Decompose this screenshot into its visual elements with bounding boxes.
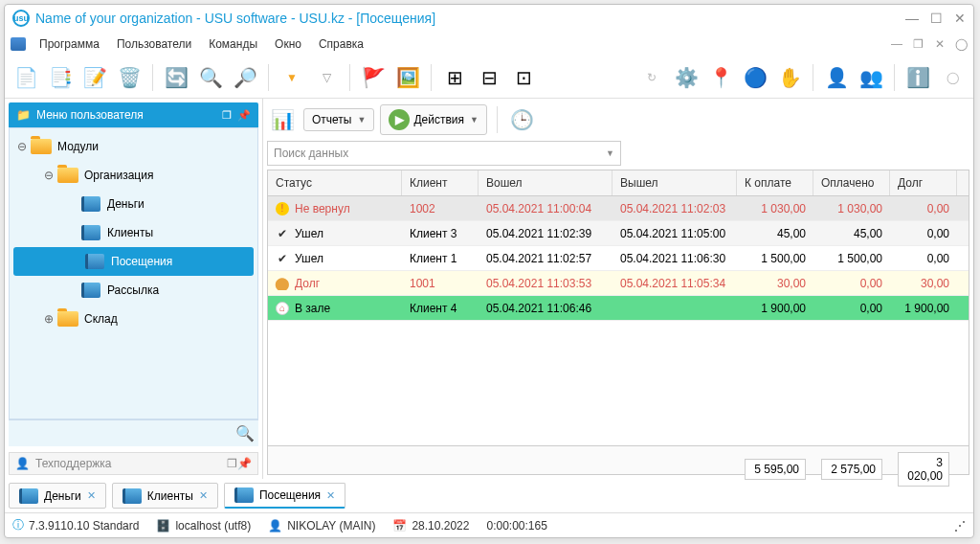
help-icon[interactable]: ◯ [937,62,968,93]
minimize-button[interactable]: — [905,11,919,26]
col-client[interactable]: Клиент [402,170,479,195]
support-title: Техподдержка [35,457,227,470]
col-paid[interactable]: Оплачено [813,170,890,195]
menu-program[interactable]: Программа [32,34,107,54]
expand-tree-button[interactable]: ⊞ [439,62,470,93]
cell-out: 05.04.2021 11:05:00 [612,227,737,240]
cell-status: ⌂В зале [268,302,402,315]
folder-icon [57,168,78,183]
cell-client: Клиент 1 [402,252,479,265]
close-button[interactable]: ✕ [954,11,966,26]
expand-icon[interactable]: ⊕ [42,312,56,326]
child-help-button[interactable]: ◯ [955,37,968,51]
support-panel-header[interactable]: 👤 Техподдержка ❐ 📌 [9,452,258,475]
edit-doc-button[interactable]: 📝 [79,62,110,93]
color-picker-button[interactable]: 🔵 [740,62,770,93]
reports-button[interactable]: Отчеты▼ [303,108,374,131]
toolbar-separator [431,64,432,91]
tree-node-money[interactable]: Деньги [10,190,257,218]
collapse-icon[interactable]: ⊖ [42,169,56,182]
search-placeholder: Поиск данных [274,147,348,160]
location-button[interactable]: 📍 [705,62,736,93]
clear-filter-button[interactable]: ▽ [311,62,342,93]
restore-panel-icon[interactable]: ❐ [222,109,232,122]
child-restore-button[interactable]: ❐ [913,37,924,51]
col-out[interactable]: Вышел [612,170,737,195]
maximize-button[interactable]: ☐ [930,11,943,26]
close-tab-icon[interactable]: ✕ [199,489,208,502]
cell-in: 05.04.2021 11:02:57 [479,252,612,265]
tab-Клиенты[interactable]: Клиенты✕ [112,483,218,509]
person-button[interactable]: 👤 [821,62,852,93]
col-due[interactable]: К оплате [737,170,813,195]
flag-button[interactable]: 🚩 [358,62,389,93]
zoom-button[interactable]: 🔎 [230,62,260,93]
child-minimize-button[interactable]: — [891,37,902,51]
cell-out: 05.04.2021 11:02:03 [612,202,737,215]
menu-book-icon [11,37,26,51]
pin-panel-icon[interactable]: 📌 [237,457,252,470]
hand-button[interactable]: ✋ [774,62,805,93]
info-button[interactable]: ℹ️ [902,62,933,93]
tab-Посещения[interactable]: Посещения✕ [224,483,345,509]
close-tab-icon[interactable]: ✕ [326,489,335,502]
main-toolbar: 📄 📑 📝 🗑️ 🔄 🔍 🔎 ▼ ▽ 🚩 🖼️ ⊞ ⊟ ⊡ ↻ ⚙️ 📍 🔵 ✋… [5,57,973,99]
close-tab-icon[interactable]: ✕ [87,489,96,502]
tree-view-button[interactable]: ⊡ [508,62,539,93]
search-input[interactable]: Поиск данных ▼ [267,141,621,166]
copy-doc-button[interactable]: 📑 [45,62,76,93]
menu-window[interactable]: Окно [267,34,309,54]
tree-node-clients[interactable]: Клиенты [10,218,257,247]
history-icon[interactable]: ↻ [636,62,667,93]
cell-due: 45,00 [737,227,813,240]
user-menu-header: 📁 Меню пользователя ❐ 📌 [9,102,258,127]
folder-icon [57,311,78,327]
search-button[interactable]: 🔍 [195,62,226,93]
tree-search-icon[interactable]: 🔍 [235,425,255,442]
menu-users[interactable]: Пользователи [109,34,199,54]
window-controls: — ☐ ✕ [905,11,966,26]
tree-node-warehouse[interactable]: ⊕ Склад [10,305,257,333]
tree-node-modules[interactable]: ⊖ Модули [10,132,257,161]
filter-button[interactable]: ▼ [277,62,307,93]
table-row[interactable]: ⌂В залеКлиент 405.04.2021 11:06:461 900,… [268,296,969,321]
settings-button[interactable]: ⚙️ [671,62,702,93]
data-grid: Статус Клиент Вошел Вышел К оплате Оплач… [267,170,969,475]
cell-status: ✔Ушел [268,227,402,240]
tree-label: Рассылка [107,283,159,297]
restore-panel-icon[interactable]: ❐ [227,457,237,470]
table-row[interactable]: ✔УшелКлиент 305.04.2021 11:02:3905.04.20… [268,221,969,246]
table-row[interactable]: ⬤Долг100105.04.2021 11:03:5305.04.2021 1… [268,271,969,296]
menu-commands[interactable]: Команды [201,34,265,54]
col-debt[interactable]: Долг [890,170,957,195]
delete-doc-button[interactable]: 🗑️ [114,62,145,93]
tree-node-visits[interactable]: Посещения [13,247,254,276]
refresh-button[interactable]: 🔄 [161,62,191,93]
image-button[interactable]: 🖼️ [392,62,423,93]
actions-button[interactable]: ▶ Действия▼ [380,104,487,135]
table-row[interactable]: !Не вернул100205.04.2021 11:00:0405.04.2… [268,196,969,221]
resize-grip-icon[interactable]: ⋰ [954,519,966,533]
cell-client: 1001 [402,277,479,290]
total-paid: 2 575,00 [821,459,882,480]
col-status[interactable]: Статус [268,170,402,195]
menu-help[interactable]: Справка [311,34,371,54]
pin-panel-icon[interactable]: 📌 [237,109,251,122]
child-close-button[interactable]: ✕ [935,37,945,51]
chevron-down-icon: ▼ [470,115,479,125]
module-icon [85,254,104,269]
chevron-down-icon: ▼ [606,148,614,158]
tree-label: Посещения [111,255,172,268]
list-view-icon[interactable]: 📊 [267,104,298,135]
people-button[interactable]: 👥 [856,62,886,93]
cell-debt: 1 900,00 [890,302,957,315]
tree-node-mailing[interactable]: Рассылка [10,276,257,305]
tree-node-organization[interactable]: ⊖ Организация [10,161,257,190]
col-in[interactable]: Вошел [479,170,612,195]
new-doc-button[interactable]: 📄 [11,62,41,93]
table-row[interactable]: ✔УшелКлиент 105.04.2021 11:02:5705.04.20… [268,246,969,271]
collapse-tree-button[interactable]: ⊟ [474,62,504,93]
tab-Деньги[interactable]: Деньги✕ [9,483,106,509]
clock-button[interactable]: 🕒 [507,104,538,135]
collapse-icon[interactable]: ⊖ [15,140,29,153]
